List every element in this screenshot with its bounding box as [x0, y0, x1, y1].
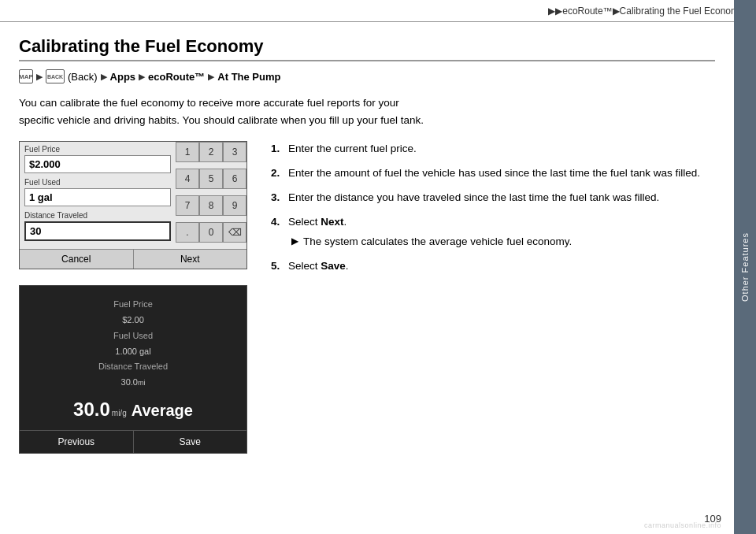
bc-atpump: At The Pump	[217, 71, 280, 83]
s2-distance-label: Distance Traveled	[32, 359, 234, 375]
fuel-price-label: Fuel Price	[24, 145, 171, 154]
two-column-layout: Fuel Price $2.000 Fuel Used 1 gal Distan…	[19, 141, 715, 454]
step-5: 5. Select Save.	[271, 258, 715, 275]
bc-arrow-3: ▶	[139, 72, 145, 82]
average-label: Average	[132, 402, 193, 420]
numpad-1[interactable]: 1	[176, 142, 199, 162]
back-icon: BACK	[46, 69, 65, 83]
screen1-buttons: Cancel Next	[20, 249, 246, 269]
s2-fuel-used-label: Fuel Used	[32, 328, 234, 344]
step-4-arrow: ▶	[291, 234, 298, 250]
distance-traveled-value: 30	[24, 221, 171, 241]
right-sidebar: Other Features	[734, 0, 756, 534]
fuel-used-label: Fuel Used	[24, 178, 171, 187]
numpad-7[interactable]: 7	[176, 195, 199, 216]
screen1-numpad: 1 2 3 4 5 6 7 8 9 . 0 ⌫	[176, 142, 246, 249]
step-2-text: Enter the amount of fuel the vehicle has…	[288, 165, 715, 182]
watermark: carmanualsonline.info	[644, 521, 721, 529]
numpad-backspace[interactable]: ⌫	[223, 222, 246, 243]
step-5-text: Select Save.	[288, 258, 715, 275]
description-text: You can calibrate the fuel economy to re…	[19, 95, 428, 128]
step-3: 3. Enter the distance you have traveled …	[271, 190, 715, 206]
save-button[interactable]: Save	[134, 431, 247, 453]
step-5-save-bold: Save	[321, 260, 346, 272]
numpad-8[interactable]: 8	[199, 195, 223, 216]
step-4-next-bold: Next	[321, 216, 343, 228]
numpad-3[interactable]: 3	[223, 142, 246, 162]
average-unit: mi/g	[112, 409, 127, 417]
numpad-0[interactable]: 0	[199, 222, 223, 243]
numpad-4[interactable]: 4	[176, 169, 199, 189]
distance-traveled-label: Distance Traveled	[24, 211, 171, 220]
step-2: 2. Enter the amount of fuel the vehicle …	[271, 165, 715, 182]
numpad-2[interactable]: 2	[199, 142, 223, 162]
screen2-average: 30.0mi/g Average	[32, 399, 234, 421]
title-rule	[19, 60, 715, 61]
screen2-buttons: Previous Save	[20, 430, 246, 453]
numpad-5[interactable]: 5	[199, 169, 223, 189]
screen2-results: Fuel Price $2.00 Fuel Used 1.000 gal Dis…	[19, 285, 247, 454]
bc-arrow-2: ▶	[101, 72, 107, 82]
step-3-text: Enter the distance you have traveled sin…	[288, 190, 715, 206]
cancel-button[interactable]: Cancel	[20, 250, 134, 269]
s2-fuel-price-label: Fuel Price	[32, 297, 234, 313]
step-3-num: 3.	[271, 190, 285, 206]
bc-arrow-4: ▶	[208, 72, 214, 82]
breadcrumb: MAP ▶ BACK (Back) ▶ Apps ▶ ecoRoute™ ▶ A…	[19, 69, 715, 83]
main-content: Calibrating the Fuel Economy MAP ▶ BACK …	[0, 22, 734, 534]
steps-list: 1. Enter the current fuel price. 2. Ente…	[271, 141, 715, 275]
previous-button[interactable]: Previous	[20, 431, 134, 453]
fuel-used-value: 1 gal	[24, 188, 171, 206]
average-value: 30.0	[73, 399, 110, 421]
screen1-form: Fuel Price $2.000 Fuel Used 1 gal Distan…	[19, 141, 247, 269]
step-4-sub: ▶ The system calculates the average vehi…	[291, 234, 715, 250]
top-header: ▶▶ecoRoute™▶Calibrating the Fuel Economy	[0, 0, 756, 22]
header-breadcrumb: ▶▶ecoRoute™▶Calibrating the Fuel Economy	[548, 6, 743, 17]
sidebar-label: Other Features	[740, 232, 750, 302]
page-title: Calibrating the Fuel Economy	[19, 36, 715, 57]
screenshots-column: Fuel Price $2.000 Fuel Used 1 gal Distan…	[19, 141, 247, 454]
bc-arrow-1: ▶	[36, 72, 43, 82]
bc-back-label: (Back)	[68, 71, 98, 83]
fuel-price-value: $2.000	[24, 155, 171, 173]
instructions-column: 1. Enter the current fuel price. 2. Ente…	[271, 141, 715, 283]
step-4-content: Select Next. ▶ The system calculates the…	[288, 214, 715, 250]
numpad-dot[interactable]: .	[176, 222, 199, 243]
bc-apps: Apps	[110, 71, 136, 83]
step-5-num: 5.	[271, 258, 285, 275]
numpad-6[interactable]: 6	[223, 169, 246, 189]
screen1-fields: Fuel Price $2.000 Fuel Used 1 gal Distan…	[20, 142, 176, 249]
step-1-text: Enter the current fuel price.	[288, 141, 715, 158]
map-icon: MAP	[19, 69, 33, 83]
step-1: 1. Enter the current fuel price.	[271, 141, 715, 158]
s2-fuel-used-value: 1.000 gal	[32, 344, 234, 360]
s2-fuel-price-value: $2.00	[32, 313, 234, 328]
bc-ecoroute: ecoRoute™	[148, 71, 205, 83]
step-4-num: 4.	[271, 214, 285, 250]
step-1-num: 1.	[271, 141, 285, 158]
next-button[interactable]: Next	[134, 250, 247, 269]
step-4-sub-text: The system calculates the average vehicl…	[303, 234, 572, 250]
step-4: 4. Select Next. ▶ The system calculates …	[271, 214, 715, 250]
s2-distance-value: 30.0mi	[32, 375, 234, 391]
step-2-num: 2.	[271, 165, 285, 182]
screen2-details: Fuel Price $2.00 Fuel Used 1.000 gal Dis…	[32, 297, 234, 391]
numpad-9[interactable]: 9	[223, 195, 246, 216]
